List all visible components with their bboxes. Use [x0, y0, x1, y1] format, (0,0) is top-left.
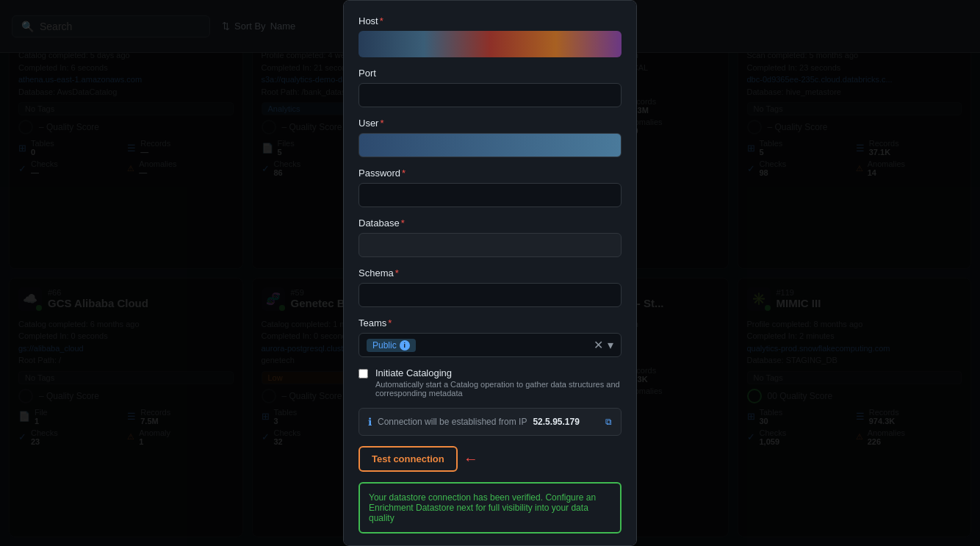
- database-input[interactable]: [359, 233, 621, 257]
- schema-label: Schema*: [359, 267, 621, 279]
- teams-select[interactable]: Public i ✕ ▾: [359, 333, 621, 357]
- port-group: Port: [359, 68, 621, 107]
- schema-group: Schema*: [359, 267, 621, 307]
- port-label: Port: [359, 68, 621, 79]
- schema-input[interactable]: [359, 283, 621, 307]
- teams-group: Teams* Public i ✕ ▾: [359, 317, 621, 357]
- initiate-desc: Automatically start a Catalog operation …: [375, 380, 621, 398]
- host-label: Host*: [359, 15, 621, 26]
- success-message: Your datastore connection has been verif…: [359, 482, 621, 534]
- clear-icon[interactable]: ✕: [594, 338, 603, 352]
- modal-body: Host* Port User* Password*: [344, 1, 636, 546]
- user-input[interactable]: [359, 133, 621, 157]
- test-connection-button[interactable]: Test connection: [359, 446, 458, 472]
- port-input[interactable]: [359, 83, 621, 107]
- select-controls: ✕ ▾: [594, 338, 613, 352]
- info-icon: ℹ: [368, 416, 372, 428]
- password-group: Password*: [359, 168, 621, 207]
- copy-icon[interactable]: ⧉: [605, 417, 612, 427]
- host-group: Host*: [359, 15, 621, 57]
- initiate-cataloging-checkbox[interactable]: [359, 369, 368, 378]
- host-visual: [359, 31, 621, 57]
- modal-overlay: Host* Port User* Password*: [0, 0, 980, 546]
- teams-label: Teams*: [359, 317, 621, 328]
- team-label: Public: [372, 340, 397, 351]
- initiate-cataloging-row: Initiate Cataloging Automatically start …: [359, 367, 621, 398]
- user-label: User*: [359, 118, 621, 129]
- database-label: Database*: [359, 218, 621, 229]
- test-connection-row: Test connection ←: [359, 446, 621, 472]
- team-tag-public: Public i: [367, 339, 416, 352]
- user-group: User*: [359, 118, 621, 157]
- ip-address: 52.5.95.179: [533, 417, 579, 427]
- password-input[interactable]: [359, 183, 621, 207]
- password-label: Password*: [359, 168, 621, 179]
- ip-notice-text: Connection will be established from IP: [378, 417, 527, 427]
- arrow-indicator: ←: [464, 450, 478, 467]
- database-group: Database*: [359, 218, 621, 257]
- initiate-label: Initiate Cataloging: [375, 367, 621, 378]
- team-badge: i: [400, 340, 410, 351]
- chevron-down-icon: ▾: [608, 338, 613, 352]
- modal: Host* Port User* Password*: [343, 0, 637, 546]
- ip-notice: ℹ Connection will be established from IP…: [359, 408, 621, 436]
